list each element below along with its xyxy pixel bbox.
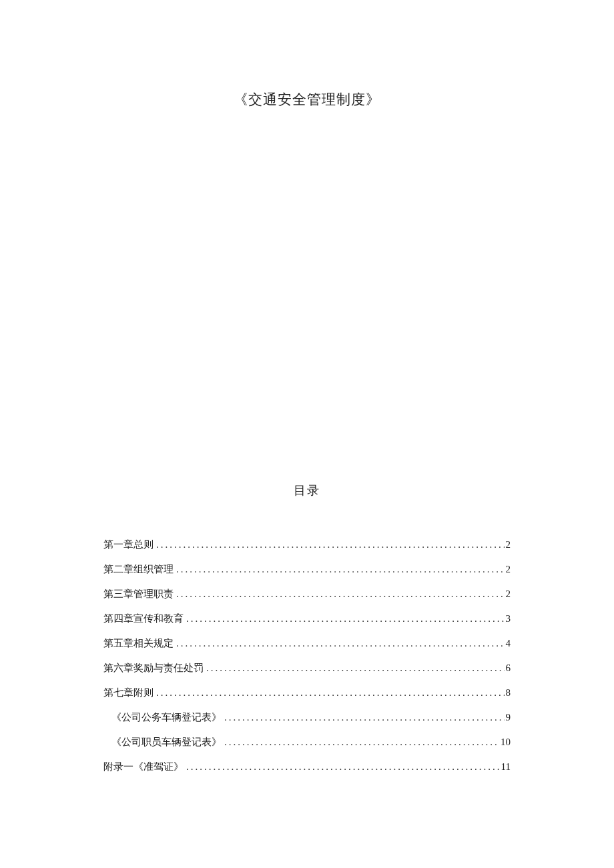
toc-entry: 第三章管理职责2 [103,588,511,600]
toc-leader-dots [186,613,505,624]
toc-entry: 附录一《准驾证》11 [103,761,511,773]
toc-entry-page: 11 [500,761,511,773]
toc-entry-label: 第六章奖励与责任处罚 [103,662,204,675]
toc-leader-dots [186,761,500,773]
toc-leader-dots [224,712,505,723]
toc-entry: 《公司职员车辆登记表》10 [103,736,511,749]
toc-entry-label: 《公司公务车辆登记表》 [111,711,222,724]
toc-entry-label: 第四章宣传和教育 [103,612,184,625]
toc-entry-label: 附录一《准驾证》 [103,761,184,773]
toc-entry: 第二章组织管理2 [103,563,511,576]
toc-entry: 第七章附则8 [103,687,511,699]
toc-leader-dots [156,539,505,550]
toc-leader-dots [176,588,505,600]
toc-entry-label: 第三章管理职责 [103,588,174,600]
toc-entry: 第四章宣传和教育3 [103,612,511,625]
toc-entry-label: 第一章总则 [103,538,154,551]
toc-entry-label: 《公司职员车辆登记表》 [111,736,222,749]
toc-entry-page: 10 [499,737,511,748]
toc-entry-page: 2 [505,539,511,550]
toc-entry-page: 8 [505,687,511,699]
toc-entry-label: 第七章附则 [103,687,154,699]
toc-entry-label: 第五章相关规定 [103,637,174,650]
toc-entry-label: 第二章组织管理 [103,563,174,576]
toc-leader-dots [156,687,505,699]
toc-entry-page: 4 [505,638,511,649]
table-of-contents: 第一章总则2第二章组织管理2第三章管理职责2第四章宣传和教育3第五章相关规定4第… [103,538,511,773]
toc-leader-dots [176,564,505,575]
toc-leader-dots [176,638,505,649]
toc-leader-dots [224,737,499,748]
toc-entry-page: 2 [505,564,511,575]
toc-entry-page: 6 [505,663,511,674]
document-title: 《交通安全管理制度》 [103,90,511,109]
toc-entry: 第一章总则2 [103,538,511,551]
toc-entry-page: 2 [505,588,511,600]
toc-entry-page: 3 [505,613,511,624]
toc-heading: 目录 [103,482,511,498]
toc-leader-dots [206,663,505,674]
document-page: 《交通安全管理制度》 目录 第一章总则2第二章组织管理2第三章管理职责2第四章宣… [0,0,614,773]
toc-entry: 《公司公务车辆登记表》9 [103,711,511,724]
toc-entry: 第五章相关规定4 [103,637,511,650]
toc-entry-page: 9 [505,712,511,723]
toc-entry: 第六章奖励与责任处罚6 [103,662,511,675]
